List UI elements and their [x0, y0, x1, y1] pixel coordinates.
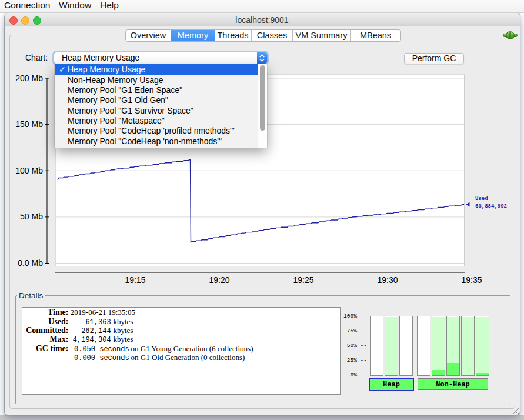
svg-text:2019-06-21 19:35:05: 2019-06-21 19:35:05 — [71, 308, 135, 316]
svg-text:Time:: Time: — [48, 308, 69, 316]
svg-text:kbytes: kbytes — [114, 317, 133, 326]
svg-text:kbytes: kbytes — [114, 335, 133, 344]
svg-text:4,194,304: 4,194,304 — [73, 336, 111, 344]
svg-text:0.000 seconds: 0.000 seconds — [74, 354, 129, 362]
svg-text:on G1 Young Generation (6 coll: on G1 Young Generation (6 collections) — [131, 344, 253, 353]
svg-text:Committed:: Committed: — [26, 326, 68, 335]
svg-text:262,144: 262,144 — [81, 327, 111, 335]
svg-text:Used:: Used: — [48, 317, 68, 326]
svg-text:on G1 Old Generation (0 collec: on G1 Old Generation (0 collections) — [131, 353, 245, 362]
svg-text:61,363: 61,363 — [85, 318, 111, 326]
svg-text:GC time:: GC time: — [36, 344, 69, 353]
svg-text:kbytes: kbytes — [114, 326, 133, 335]
svg-text:Max:: Max: — [50, 335, 69, 344]
svg-text:0.050 seconds: 0.050 seconds — [74, 345, 129, 354]
